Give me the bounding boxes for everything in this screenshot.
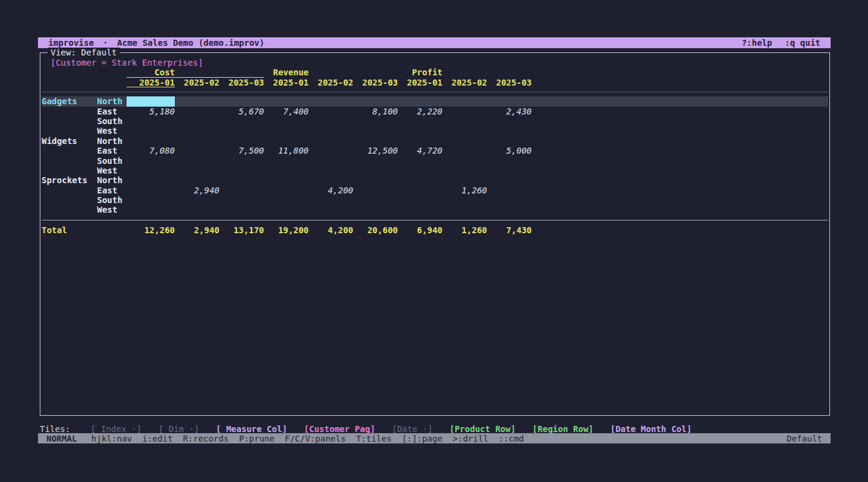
value-cell[interactable] <box>353 186 398 195</box>
value-cell[interactable] <box>487 205 532 214</box>
value-cell[interactable] <box>309 156 353 166</box>
value-cell[interactable] <box>487 166 532 175</box>
value-cell[interactable] <box>127 195 175 205</box>
value-cell[interactable] <box>353 175 398 185</box>
value-cell[interactable] <box>264 96 309 106</box>
value-cell[interactable] <box>309 96 353 106</box>
region-cell[interactable]: North <box>97 96 127 106</box>
value-cell[interactable] <box>219 136 264 146</box>
value-cell[interactable] <box>398 156 442 166</box>
value-cell[interactable] <box>398 195 442 205</box>
value-cell[interactable] <box>353 205 398 214</box>
value-cell[interactable] <box>127 166 175 175</box>
tile-toggle[interactable]: [Product Row] <box>450 424 516 434</box>
value-cell[interactable] <box>219 205 264 214</box>
value-cell[interactable] <box>487 175 532 185</box>
value-cell[interactable]: 4,200 <box>309 186 353 195</box>
value-cell[interactable] <box>127 96 175 106</box>
product-cell[interactable] <box>42 195 97 205</box>
value-cell[interactable] <box>175 116 219 126</box>
value-cell[interactable] <box>309 146 353 155</box>
value-cell[interactable] <box>398 175 442 185</box>
product-cell[interactable]: Widgets <box>42 136 97 146</box>
value-cell[interactable] <box>264 166 309 175</box>
value-cell[interactable] <box>487 195 532 205</box>
value-cell[interactable] <box>264 136 309 146</box>
value-cell[interactable] <box>353 136 398 146</box>
value-cell[interactable] <box>487 186 532 195</box>
value-cell[interactable] <box>175 126 219 136</box>
value-cell[interactable] <box>353 195 398 205</box>
region-cell[interactable]: South <box>97 156 127 166</box>
tile-toggle[interactable]: [Customer Pag] <box>304 424 375 434</box>
value-cell[interactable] <box>127 156 175 166</box>
region-cell[interactable]: West <box>97 166 127 175</box>
value-cell[interactable] <box>175 166 219 175</box>
value-cell[interactable]: 7,500 <box>219 146 264 155</box>
value-cell[interactable] <box>175 136 219 146</box>
value-cell[interactable] <box>219 116 264 126</box>
value-cell[interactable] <box>309 126 353 136</box>
value-cell[interactable] <box>219 156 264 166</box>
value-cell[interactable] <box>219 195 264 205</box>
value-cell[interactable] <box>442 175 487 185</box>
value-cell[interactable] <box>127 126 175 136</box>
value-cell[interactable] <box>442 195 487 205</box>
value-cell[interactable] <box>309 195 353 205</box>
value-cell[interactable] <box>309 116 353 126</box>
value-cell[interactable] <box>309 136 353 146</box>
value-cell[interactable] <box>309 175 353 185</box>
value-cell[interactable] <box>442 116 487 126</box>
value-cell[interactable] <box>175 107 219 116</box>
value-cell[interactable] <box>264 126 309 136</box>
value-cell[interactable]: 2,940 <box>175 186 219 195</box>
value-cell[interactable] <box>127 116 175 126</box>
value-cell[interactable] <box>309 107 353 116</box>
value-cell[interactable]: 5,670 <box>219 107 264 116</box>
value-cell[interactable] <box>309 205 353 214</box>
value-cell[interactable] <box>442 107 487 116</box>
region-cell[interactable]: West <box>97 126 127 136</box>
value-cell[interactable] <box>219 126 264 136</box>
value-cell[interactable] <box>219 166 264 175</box>
value-cell[interactable]: 11,800 <box>264 146 309 155</box>
region-cell[interactable]: East <box>97 107 127 116</box>
value-cell[interactable] <box>442 166 487 175</box>
value-cell[interactable]: 5,000 <box>487 146 532 155</box>
value-cell[interactable] <box>442 146 487 155</box>
value-cell[interactable] <box>487 126 532 136</box>
value-cell[interactable] <box>398 126 442 136</box>
tile-toggle[interactable]: [ Index ·] <box>91 424 142 434</box>
value-cell[interactable]: 7,080 <box>127 146 175 155</box>
value-cell[interactable] <box>127 205 175 214</box>
product-cell[interactable] <box>42 205 97 214</box>
value-cell[interactable] <box>398 136 442 146</box>
value-cell[interactable] <box>398 205 442 214</box>
value-cell[interactable] <box>353 156 398 166</box>
value-cell[interactable]: 1,260 <box>442 186 487 195</box>
value-cell[interactable] <box>175 156 219 166</box>
value-cell[interactable] <box>353 166 398 175</box>
value-cell[interactable] <box>264 175 309 185</box>
region-cell[interactable]: North <box>97 136 127 146</box>
value-cell[interactable] <box>487 96 532 106</box>
value-cell[interactable] <box>175 205 219 214</box>
value-cell[interactable] <box>442 136 487 146</box>
value-cell[interactable] <box>175 96 219 106</box>
product-cell[interactable] <box>42 146 97 155</box>
product-cell[interactable]: Sprockets <box>42 175 97 185</box>
value-cell[interactable] <box>175 146 219 155</box>
customer-filter-chip[interactable]: [Customer = Stark Enterprises] <box>42 58 828 67</box>
tile-toggle[interactable]: [ Dim ·] <box>159 424 199 434</box>
value-cell[interactable] <box>264 156 309 166</box>
product-cell[interactable] <box>42 156 97 166</box>
region-cell[interactable]: East <box>97 146 127 155</box>
value-cell[interactable]: 12,500 <box>353 146 398 155</box>
region-cell[interactable]: South <box>97 195 127 205</box>
value-cell[interactable] <box>487 156 532 166</box>
region-cell[interactable]: East <box>97 186 127 195</box>
value-cell[interactable] <box>175 195 219 205</box>
value-cell[interactable] <box>487 136 532 146</box>
value-cell[interactable] <box>353 96 398 106</box>
value-cell[interactable] <box>264 195 309 205</box>
